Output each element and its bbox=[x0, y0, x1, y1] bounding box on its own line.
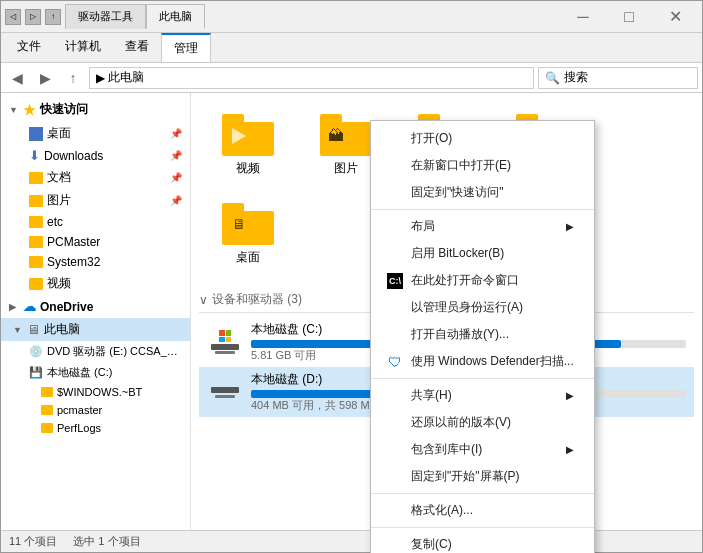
ribbon-tab-file[interactable]: 文件 bbox=[5, 33, 53, 62]
ctx-defender-label: 使用 Windows Defender扫描... bbox=[411, 353, 574, 370]
ctx-separator-2 bbox=[371, 378, 594, 379]
video-folder-icon bbox=[222, 114, 274, 156]
address-path[interactable]: ▶ 此电脑 bbox=[89, 67, 534, 89]
ctx-run-as-admin[interactable]: 以管理员身份运行(A) bbox=[371, 294, 594, 321]
ribbon-tab-manage[interactable]: 管理 bbox=[161, 33, 211, 62]
pin-badge-dl: 📌 bbox=[170, 150, 182, 161]
sidebar-item-local-c[interactable]: 💾 本地磁盘 (C:) bbox=[1, 362, 190, 383]
search-box[interactable]: 🔍 搜索 bbox=[538, 67, 698, 89]
sidebar-section-quick-access[interactable]: ▼ ★ 快速访问 bbox=[1, 97, 190, 122]
sidebar-section-onedrive[interactable]: ▶ ☁ OneDrive bbox=[1, 295, 190, 318]
ctx-bitlocker-label: 启用 BitLocker(B) bbox=[411, 245, 504, 262]
tab-this-pc[interactable]: 此电脑 bbox=[146, 4, 205, 29]
ctx-open-label: 打开(O) bbox=[411, 130, 452, 147]
main-area: ▼ ★ 快速访问 桌面 📌 ⬇ Downloads 📌 文档 📌 图 bbox=[1, 93, 702, 530]
title-bar: ◁ ▷ ↑ 驱动器工具 此电脑 ─ □ ✕ bbox=[1, 1, 702, 33]
picture-inner-icon: 🏔 bbox=[328, 127, 344, 145]
ctx-share-icon bbox=[387, 388, 403, 404]
ctx-library-arrow: ▶ bbox=[566, 444, 574, 455]
ctx-open-icon bbox=[387, 131, 403, 147]
sidebar-item-etc[interactable]: etc bbox=[1, 212, 190, 232]
title-bar-left: ◁ ▷ ↑ bbox=[5, 9, 61, 25]
main-window: ◁ ▷ ↑ 驱动器工具 此电脑 ─ □ ✕ 文件 计算机 查看 管理 ◀ ▶ ↑… bbox=[0, 0, 703, 553]
back-nav-button[interactable]: ◀ bbox=[5, 67, 29, 89]
ctx-autoplay[interactable]: 打开自动播放(Y)... bbox=[371, 321, 594, 348]
item-count: 11 个项目 bbox=[9, 534, 57, 549]
ctx-include-library[interactable]: 包含到库中(I) ▶ bbox=[371, 436, 594, 463]
ctx-defender-icon: 🛡 bbox=[387, 354, 403, 370]
ctx-bitlocker[interactable]: 启用 BitLocker(B) bbox=[371, 240, 594, 267]
sidebar-item-documents[interactable]: 文档 📌 bbox=[1, 166, 190, 189]
sidebar-item-pcmaster2[interactable]: pcmaster bbox=[1, 401, 190, 419]
forward-btn[interactable]: ▷ bbox=[25, 9, 41, 25]
minimize-button[interactable]: ─ bbox=[560, 2, 606, 32]
title-tabs: 驱动器工具 此电脑 bbox=[65, 4, 560, 29]
sidebar-item-system32-label: System32 bbox=[47, 255, 100, 269]
tab-drive-tools[interactable]: 驱动器工具 bbox=[65, 4, 146, 29]
sidebar-item-pictures-label: 图片 bbox=[47, 192, 71, 209]
devices-section-label: 设备和驱动器 (3) bbox=[212, 291, 302, 308]
folder-icon-pcmaster2 bbox=[41, 405, 53, 415]
sidebar-item-videos-qa-label: 视频 bbox=[47, 275, 71, 292]
sidebar-item-windows-bt[interactable]: $WINDOWS.~BT bbox=[1, 383, 190, 401]
ctx-cmd-label: 在此处打开命令窗口 bbox=[411, 272, 519, 289]
ctx-layout[interactable]: 布局 ▶ bbox=[371, 213, 594, 240]
ctx-format[interactable]: 格式化(A)... bbox=[371, 497, 594, 524]
pin-badge: 📌 bbox=[170, 128, 182, 139]
sidebar-item-etc-label: etc bbox=[47, 215, 63, 229]
breadcrumb-this-pc[interactable]: 此电脑 bbox=[108, 69, 144, 86]
grid-item-videos[interactable]: 视频 bbox=[203, 105, 293, 186]
ctx-copy[interactable]: 复制(C) bbox=[371, 531, 594, 553]
ctx-admin-icon bbox=[387, 300, 403, 316]
forward-nav-button[interactable]: ▶ bbox=[33, 67, 57, 89]
ctx-cmd-here[interactable]: C:\ 在此处打开命令窗口 bbox=[371, 267, 594, 294]
ctx-pin-quick-access[interactable]: 固定到"快速访问" bbox=[371, 179, 594, 206]
sidebar-item-pcmaster[interactable]: PCMaster bbox=[1, 232, 190, 252]
sidebar: ▼ ★ 快速访问 桌面 📌 ⬇ Downloads 📌 文档 📌 图 bbox=[1, 93, 191, 530]
maximize-button[interactable]: □ bbox=[606, 2, 652, 32]
folder-icon-docs bbox=[29, 172, 43, 184]
search-icon: 🔍 bbox=[545, 71, 560, 85]
sidebar-item-videos-qa[interactable]: 视频 bbox=[1, 272, 190, 295]
sidebar-item-downloads-label: Downloads bbox=[44, 149, 103, 163]
ctx-restore-label: 还原以前的版本(V) bbox=[411, 414, 511, 431]
ctx-open-new-window[interactable]: 在新窗口中打开(E) bbox=[371, 152, 594, 179]
grid-item-desktop[interactable]: 🖥 桌面 bbox=[203, 194, 293, 275]
ctx-separator-4 bbox=[371, 527, 594, 528]
up-btn[interactable]: ↑ bbox=[45, 9, 61, 25]
sidebar-item-dvd[interactable]: 💿 DVD 驱动器 (E:) CCSA_X64... bbox=[1, 341, 190, 362]
ctx-admin-label: 以管理员身份运行(A) bbox=[411, 299, 523, 316]
sidebar-item-system32[interactable]: System32 bbox=[1, 252, 190, 272]
grid-item-pictures-label: 图片 bbox=[334, 160, 358, 177]
back-btn[interactable]: ◁ bbox=[5, 9, 21, 25]
sidebar-item-pictures[interactable]: 图片 📌 bbox=[1, 189, 190, 212]
pin-badge-docs: 📌 bbox=[170, 172, 182, 183]
ribbon-tab-computer[interactable]: 计算机 bbox=[53, 33, 113, 62]
ribbon-tabs: 文件 计算机 查看 管理 bbox=[1, 33, 702, 62]
up-nav-button[interactable]: ↑ bbox=[61, 67, 85, 89]
ctx-restore-prev[interactable]: 还原以前的版本(V) bbox=[371, 409, 594, 436]
ctx-open[interactable]: 打开(O) bbox=[371, 125, 594, 152]
sidebar-item-desktop-label: 桌面 bbox=[47, 125, 71, 142]
ctx-share[interactable]: 共享(H) ▶ bbox=[371, 382, 594, 409]
selected-count: 选中 1 个项目 bbox=[73, 534, 140, 549]
status-bar: 11 个项目 选中 1 个项目 bbox=[1, 530, 702, 552]
dvd-icon: 💿 bbox=[29, 345, 43, 358]
collapse-arrow: ∨ bbox=[199, 293, 208, 307]
ctx-layout-icon bbox=[387, 219, 403, 235]
ctx-pin-start[interactable]: 固定到"开始"屏幕(P) bbox=[371, 463, 594, 490]
drive-d-icon bbox=[207, 377, 243, 407]
ctx-pin-label: 固定到"快速访问" bbox=[411, 184, 504, 201]
sidebar-item-this-pc[interactable]: ▼ 🖥 此电脑 bbox=[1, 318, 190, 341]
sidebar-item-downloads[interactable]: ⬇ Downloads 📌 bbox=[1, 145, 190, 166]
sidebar-item-perflogs[interactable]: PerfLogs bbox=[1, 419, 190, 437]
ribbon-tab-view[interactable]: 查看 bbox=[113, 33, 161, 62]
close-button[interactable]: ✕ bbox=[652, 2, 698, 32]
search-placeholder: 搜索 bbox=[564, 69, 588, 86]
grid-item-desktop-label: 桌面 bbox=[236, 249, 260, 266]
ctx-share-label: 共享(H) bbox=[411, 387, 452, 404]
sidebar-item-desktop[interactable]: 桌面 📌 bbox=[1, 122, 190, 145]
ctx-defender[interactable]: 🛡 使用 Windows Defender扫描... bbox=[371, 348, 594, 375]
address-bar: ◀ ▶ ↑ ▶ 此电脑 🔍 搜索 bbox=[1, 63, 702, 93]
onedrive-icon: ☁ bbox=[23, 299, 36, 314]
